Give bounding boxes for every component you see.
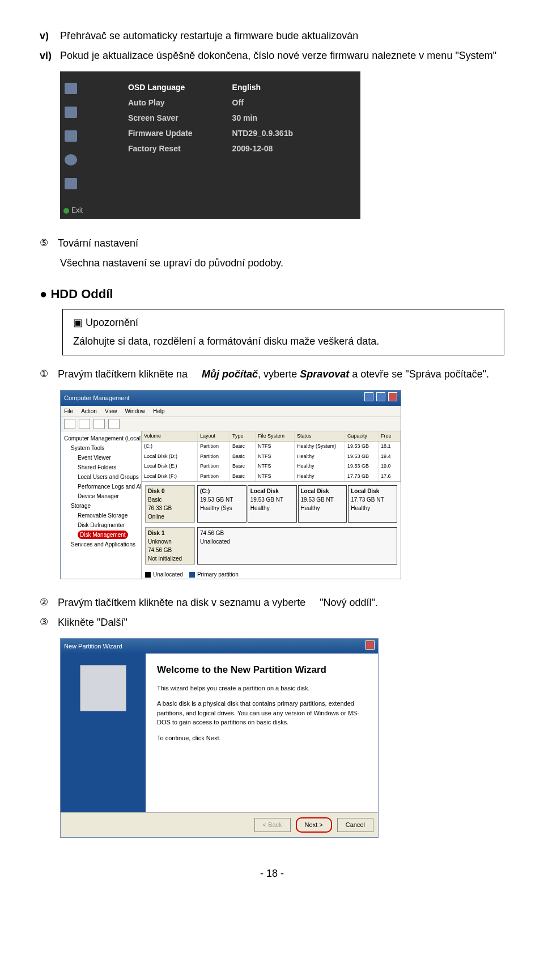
maximize-icon[interactable] — [376, 392, 385, 401]
osd-r-1: Off — [232, 97, 293, 109]
disk0-size: 76.33 GB — [148, 505, 172, 511]
th-fs[interactable]: File System — [256, 431, 295, 442]
tree-s0[interactable]: Removable Storage — [62, 511, 140, 520]
notice-title: ▣ Upozornění — [73, 315, 494, 330]
osd-l-3: Firmware Update — [128, 128, 193, 139]
disk1-part-size: 74.56 GB — [200, 530, 224, 536]
osd-r-4: 2009-12-08 — [232, 143, 293, 155]
legend-unalloc: Unallocated — [153, 571, 183, 578]
tree-c1[interactable]: Shared Folders — [62, 463, 140, 472]
osd-columns: OSD Language Auto Play Screen Saver Firm… — [128, 82, 293, 155]
disk0-row: Disk 0 Basic 76.33 GB Online (C:)19.53 G… — [145, 485, 397, 523]
network-icon — [65, 178, 77, 189]
tree-root[interactable]: Computer Management (Local) — [62, 434, 140, 443]
tree-c2[interactable]: Local Users and Groups — [62, 472, 140, 482]
table-row[interactable]: Local Disk (D:)PartitionBasicNTFSHealthy… — [142, 452, 401, 462]
menu-file[interactable]: File — [64, 407, 73, 415]
item1-mid: , vyberte — [258, 368, 300, 380]
text-vi: Pokud je aktualizace úspěšně dokončena, … — [60, 48, 496, 63]
th-status[interactable]: Status — [295, 431, 345, 442]
disk1-name: Disk 1 — [148, 530, 164, 536]
wiz-close-icon[interactable] — [366, 640, 375, 650]
list-item-vi: vi) Pokud je aktualizace úspěšně dokonče… — [40, 48, 504, 63]
disk0-status: Online — [148, 514, 164, 520]
wizard-screenshot: New Partition Wizard Welcome to the New … — [60, 638, 379, 838]
item1-post: a otevře se "Správa počítače". — [349, 368, 489, 380]
legend-unalloc-box — [145, 572, 151, 578]
disk-icon — [80, 665, 126, 711]
menu-help[interactable]: Help — [153, 407, 165, 415]
marker-1: ① — [40, 367, 58, 382]
table-row[interactable]: Local Disk (E:)PartitionBasicNTFSHealthy… — [142, 461, 401, 472]
next-button[interactable]: Next > — [296, 817, 332, 833]
tree-storage[interactable]: Storage — [62, 501, 140, 511]
cm-disks: Disk 0 Basic 76.33 GB Online (C:)19.53 G… — [142, 482, 401, 583]
disk1-part[interactable]: 74.56 GB Unallocated — [197, 527, 397, 565]
text-v: Přehrávač se automaticky restartuje a fi… — [60, 28, 358, 44]
cm-volumes-table: Volume Layout Type File System Status Ca… — [142, 431, 401, 482]
close-icon[interactable] — [388, 392, 397, 401]
osd-r-0: English — [232, 82, 293, 94]
tree-c0[interactable]: Event Viewer — [62, 453, 140, 463]
tree-systools[interactable]: System Tools — [62, 443, 140, 453]
cancel-button[interactable]: Cancel — [337, 818, 373, 832]
wiz-p2: A basic disk is a physical disk that con… — [157, 699, 367, 727]
tree-services[interactable]: Services and Applications — [62, 540, 140, 549]
osd-l-4: Factory Reset — [128, 143, 193, 155]
cm-title-bar: Computer Management — [61, 391, 401, 406]
notice-text: Zálohujte si data, rozdělení a formátová… — [73, 334, 494, 349]
cm-menu-bar: File Action View Window Help — [61, 406, 401, 417]
th-type[interactable]: Type — [230, 431, 256, 442]
osd-l-2: Screen Saver — [128, 112, 193, 124]
wiz-title-text: New Partition Wizard — [64, 642, 122, 651]
table-row[interactable]: (C:)PartitionBasicNTFSHealthy (System)19… — [142, 442, 401, 452]
refresh-icon[interactable] — [94, 419, 105, 429]
monitor-icon — [65, 83, 77, 94]
list-item-2: ② Pravým tlačítkem klikněte na disk v se… — [40, 595, 504, 610]
menu-action[interactable]: Action — [81, 407, 97, 415]
wiz-p3: To continue, click Next. — [157, 733, 367, 743]
disc-icon — [65, 154, 77, 166]
table-row[interactable]: Local Disk (F:)PartitionBasicNTFSHealthy… — [142, 472, 401, 482]
wiz-content: Welcome to the New Partition Wizard This… — [146, 654, 378, 812]
wiz-buttons: < Back Next > Cancel — [61, 812, 378, 837]
minimize-icon[interactable] — [364, 392, 373, 401]
osd-screenshot: OSD Language Auto Play Screen Saver Firm… — [60, 71, 360, 219]
computer-management-screenshot: Computer Management File Action View Win… — [60, 390, 401, 579]
tree-icon[interactable] — [79, 419, 90, 429]
menu-window[interactable]: Window — [125, 407, 145, 415]
osd-sidebar — [65, 83, 77, 189]
osd-l-1: Auto Play — [128, 97, 193, 109]
back-icon[interactable] — [64, 419, 75, 429]
item1-bold: Můj počítač — [202, 368, 258, 380]
menu-view[interactable]: View — [105, 407, 117, 415]
list-item-1: ① Pravým tlačítkem klikněte na Můj počít… — [40, 367, 504, 382]
tree-diskmgmt[interactable]: Disk Management — [78, 531, 128, 539]
cm-title: Computer Management — [64, 393, 130, 403]
disk1-row: Disk 1 Unknown 74.56 GB Not Initialized … — [145, 527, 397, 565]
th-free[interactable]: Free — [379, 431, 401, 442]
disk1-type: Unknown — [148, 538, 172, 545]
disk-partition[interactable]: Local Disk19.53 GB NTHealthy — [248, 485, 297, 523]
disk-partition[interactable]: Local Disk19.53 GB NTHealthy — [298, 485, 347, 523]
disk-partition[interactable]: (C:)19.53 GB NTHealthy (Sys — [197, 485, 246, 523]
page-number: - 18 - — [40, 866, 504, 881]
legend-primary-box — [189, 572, 195, 578]
disk1-size: 74.56 GB — [148, 547, 172, 553]
marker-3: ③ — [40, 615, 58, 630]
wiz-side — [61, 654, 146, 812]
tree-s1[interactable]: Disk Defragmenter — [62, 520, 140, 530]
legend-primary: Primary partition — [197, 571, 239, 578]
th-volume[interactable]: Volume — [142, 431, 198, 442]
tree-c4[interactable]: Device Manager — [62, 491, 140, 501]
marker-2: ② — [40, 595, 58, 610]
props-icon[interactable] — [108, 419, 120, 429]
th-cap[interactable]: Capacity — [345, 431, 379, 442]
tree-c3[interactable]: Performance Logs and Alerts — [62, 482, 140, 491]
th-layout[interactable]: Layout — [198, 431, 230, 442]
disk-partition[interactable]: Local Disk17.73 GB NTHealthy — [348, 485, 397, 523]
disk0-name: Disk 0 — [148, 488, 164, 494]
notice-box: ▣ Upozornění Zálohujte si data, rozdělen… — [62, 309, 504, 355]
folder-icon — [65, 130, 77, 142]
list-item-v: v) Přehrávač se automaticky restartuje a… — [40, 28, 504, 44]
